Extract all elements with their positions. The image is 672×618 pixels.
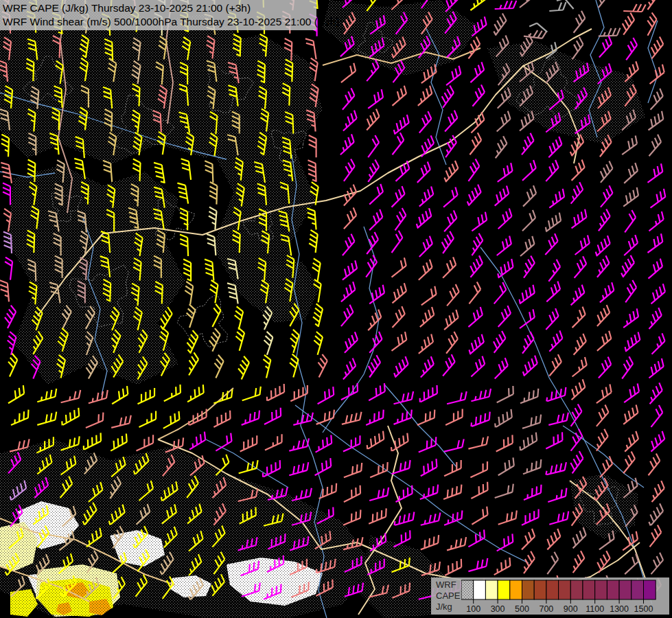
legend-label-block: WRF CAPE J/kg: [436, 580, 463, 613]
legend-tick-label: 300: [491, 604, 505, 614]
legend-label-variable: CAPE: [436, 591, 463, 602]
cape-legend: WRF CAPE J/kg 10030050070090011001300150…: [431, 577, 669, 615]
legend-tick-label: 1100: [586, 604, 604, 614]
legend-tick-label: 1500: [634, 604, 653, 614]
weather-map-canvas: [0, 0, 672, 618]
legend-label-model: WRF: [436, 580, 463, 591]
legend-tick-label: 500: [515, 604, 529, 614]
legend-tick-label: 100: [466, 604, 480, 614]
title-line-cape: WRF CAPE (J/kg) Thursday 23-10-2025 21:0…: [3, 1, 316, 15]
map-title-overlay: WRF CAPE (J/kg) Thursday 23-10-2025 21:0…: [0, 0, 316, 30]
cape-colorbar: 100300500700900110013001500: [461, 577, 667, 615]
legend-tick-label: 700: [539, 604, 553, 614]
title-line-shear: WRF Wind shear (m/s) 500/1000hPa Thursda…: [3, 15, 316, 29]
legend-tick-label: 900: [564, 604, 578, 614]
wrf-map-viewport: WRF CAPE (J/kg) Thursday 23-10-2025 21:0…: [0, 0, 672, 618]
legend-label-units: J/kg: [436, 602, 463, 613]
legend-tick-label: 1300: [610, 604, 629, 614]
